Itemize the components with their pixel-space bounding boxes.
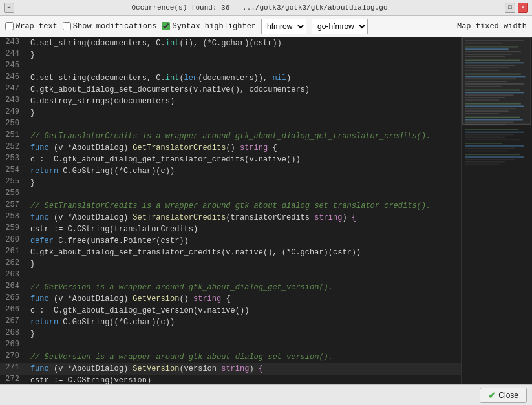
line-number: 269	[0, 340, 25, 351]
table-row: 243C.set_string(cdocumenters, C.int(i), …	[0, 37, 461, 49]
table-row: 263	[0, 270, 461, 282]
svg-rect-35	[465, 132, 524, 133]
line-code[interactable]: c := C.gtk_about_dialog_get_version(v.na…	[25, 305, 461, 317]
show-modifications-checkbox[interactable]	[63, 22, 71, 30]
table-row: 256	[0, 189, 461, 200]
wrap-text-label[interactable]: Wrap text	[5, 22, 58, 31]
line-number: 254	[0, 165, 25, 177]
line-number: 250	[0, 119, 25, 130]
table-row: 254return C.GoString((*C.char)(c))	[0, 165, 461, 177]
line-code[interactable]: C.destroy_strings(cdocumenters)	[25, 96, 461, 107]
line-number: 260	[0, 235, 25, 247]
line-code[interactable]: C.set_string(cdocumenters, C.int(i), (*C…	[25, 37, 461, 49]
close-button[interactable]: ✔ Close	[480, 388, 527, 403]
line-code[interactable]: cstr := C.CString(version)	[25, 375, 461, 384]
wrap-text-checkbox[interactable]	[5, 22, 14, 30]
line-code[interactable]: }	[25, 107, 461, 119]
line-number: 252	[0, 142, 25, 154]
line-code[interactable]: // SetVersion is a wrapper around gtk_ab…	[25, 351, 461, 363]
minimap[interactable]	[461, 37, 532, 384]
table-row: 271func (v *AboutDialog) SetVersion(vers…	[0, 363, 461, 375]
content-area: 243C.set_string(cdocumenters, C.int(i), …	[0, 37, 532, 384]
line-code[interactable]: C.set_string(cdocumenters, C.int(len(doc…	[25, 72, 461, 84]
hfmrow-dropdown[interactable]: hfmrow	[261, 19, 306, 34]
table-row: 264// GetVersion is a wrapper around gtk…	[0, 282, 461, 293]
line-code[interactable]	[25, 61, 461, 72]
show-modifications-label[interactable]: Show modifications	[63, 22, 157, 31]
code-table: 243C.set_string(cdocumenters, C.int(i), …	[0, 37, 461, 384]
table-row: 265func (v *AboutDialog) GetVersion() st…	[0, 293, 461, 305]
table-row: 266c := C.gtk_about_dialog_get_version(v…	[0, 305, 461, 317]
svg-rect-33	[463, 37, 531, 124]
line-number: 247	[0, 84, 25, 96]
table-row: 249}	[0, 107, 461, 119]
line-code[interactable]	[25, 189, 461, 200]
table-row: 267return C.GoString((*C.char)(c))	[0, 317, 461, 328]
svg-rect-44	[465, 156, 524, 158]
line-code[interactable]: return C.GoString((*C.char)(c))	[25, 165, 461, 177]
line-code[interactable]: }	[25, 328, 461, 340]
line-number: 262	[0, 258, 25, 270]
line-number: 245	[0, 61, 25, 72]
line-code[interactable]: c := C.gtk_about_dialog_get_translator_c…	[25, 154, 461, 165]
line-number: 246	[0, 72, 25, 84]
title-bar-left: −	[4, 3, 14, 13]
line-number: 263	[0, 270, 25, 282]
code-scroll[interactable]: 243C.set_string(cdocumenters, C.int(i), …	[0, 37, 461, 384]
line-code[interactable]: func (v *AboutDialog) GetVersion() strin…	[25, 293, 461, 305]
table-row: 257// SetTranslatorCredits is a wrapper …	[0, 200, 461, 212]
line-code[interactable]: func (v *AboutDialog) GetTranslatorCredi…	[25, 142, 461, 154]
line-code[interactable]: defer C.free(unsafe.Pointer(cstr))	[25, 235, 461, 247]
line-code[interactable]: // SetTranslatorCredits is a wrapper aro…	[25, 200, 461, 212]
minimap-svg	[462, 37, 532, 384]
table-row: 251// GetTranslatorCredits is a wrapper …	[0, 130, 461, 142]
table-row: 261C.gtk_about_dialog_set_translator_cre…	[0, 247, 461, 258]
line-code[interactable]: }	[25, 49, 461, 61]
svg-rect-42	[465, 151, 509, 152]
line-number: 258	[0, 212, 25, 223]
table-row: 246C.set_string(cdocumenters, C.int(len(…	[0, 72, 461, 84]
syntax-highlighter-checkbox[interactable]	[162, 22, 170, 30]
line-number: 271	[0, 363, 25, 375]
line-number: 253	[0, 154, 25, 165]
line-code[interactable]: cstr := C.CString(translatorCredits)	[25, 223, 461, 235]
table-row: 253c := C.gtk_about_dialog_get_translato…	[0, 154, 461, 165]
table-row: 248C.destroy_strings(cdocumenters)	[0, 96, 461, 107]
line-code[interactable]: // GetVersion is a wrapper around gtk_ab…	[25, 282, 461, 293]
table-row: 245	[0, 61, 461, 72]
go-hfmrow-dropdown[interactable]: go-hfmrow	[312, 19, 368, 34]
table-row: 270// SetVersion is a wrapper around gtk…	[0, 351, 461, 363]
line-code[interactable]: C.gtk_about_dialog_set_documenters(v.nat…	[25, 84, 461, 96]
line-code[interactable]: }	[25, 258, 461, 270]
line-code[interactable]: C.gtk_about_dialog_set_translator_credit…	[25, 247, 461, 258]
bottom-bar: ✔ Close	[0, 384, 532, 405]
line-number: 267	[0, 317, 25, 328]
table-row: 255}	[0, 177, 461, 189]
minimize-button[interactable]: −	[4, 3, 14, 13]
line-code[interactable]: // GetTranslatorCredits is a wrapper aro…	[25, 130, 461, 142]
svg-rect-34	[465, 129, 518, 130]
title-bar-title: Occurrence(s) found: 36 - .../gotk3/gotk…	[14, 4, 505, 12]
line-code[interactable]: return C.GoString((*C.char)(c))	[25, 317, 461, 328]
line-number: 265	[0, 293, 25, 305]
line-code[interactable]	[25, 340, 461, 351]
table-row: 272cstr := C.CString(version)	[0, 375, 461, 384]
line-code[interactable]: func (v *AboutDialog) SetVersion(version…	[25, 363, 461, 375]
title-bar-right: □ ✕	[505, 3, 528, 13]
table-row: 244}	[0, 49, 461, 61]
syntax-highlighter-label[interactable]: Syntax highlighter	[162, 22, 256, 31]
line-code[interactable]	[25, 270, 461, 282]
line-number: 257	[0, 200, 25, 212]
maximize-button[interactable]: □	[505, 3, 515, 13]
code-editor[interactable]: 243C.set_string(cdocumenters, C.int(i), …	[0, 37, 461, 384]
line-number: 268	[0, 328, 25, 340]
svg-rect-47	[465, 164, 500, 165]
window-close-button[interactable]: ✕	[518, 3, 528, 13]
line-code[interactable]: }	[25, 177, 461, 189]
line-code[interactable]: func (v *AboutDialog) SetTranslatorCredi…	[25, 212, 461, 223]
line-code[interactable]	[25, 119, 461, 130]
close-button-label: Close	[498, 391, 518, 400]
svg-rect-37	[465, 136, 505, 138]
table-row: 259cstr := C.CString(translatorCredits)	[0, 223, 461, 235]
line-number: 272	[0, 375, 25, 384]
